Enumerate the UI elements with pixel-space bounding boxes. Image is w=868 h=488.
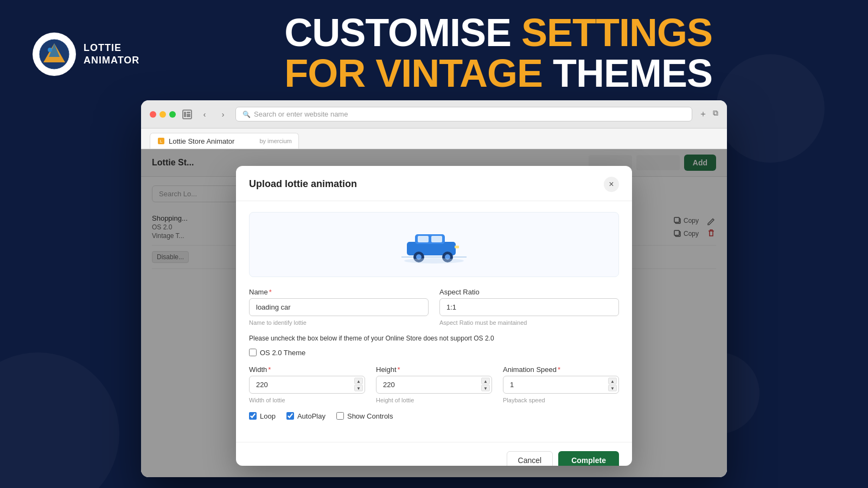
height-input-container: ▲ ▼ xyxy=(376,376,492,394)
svg-point-3 xyxy=(48,48,52,52)
height-input[interactable] xyxy=(376,376,492,394)
svg-rect-18 xyxy=(431,236,442,242)
svg-point-24 xyxy=(404,258,464,264)
os-theme-label: OS 2.0 Theme xyxy=(260,349,305,357)
duplicate-icon[interactable]: ⧉ xyxy=(713,108,718,120)
height-label: Height* xyxy=(376,365,492,374)
car-animation xyxy=(396,226,472,264)
address-bar[interactable]: 🔍 Search or enter website name xyxy=(235,107,692,121)
traffic-lights xyxy=(150,111,176,118)
os-theme-checkbox[interactable] xyxy=(249,349,257,356)
svg-rect-5 xyxy=(187,112,190,113)
width-label: Width* xyxy=(249,365,365,374)
browser-window: ‹ › 🔍 Search or enter website name ＋ ⧉ L… xyxy=(141,100,727,477)
logo-icon xyxy=(33,33,76,76)
close-button[interactable]: × xyxy=(604,177,619,192)
name-label: Name* xyxy=(249,288,429,296)
headline-line2-orange: FOR VINTAGE xyxy=(284,52,553,95)
traffic-light-green[interactable] xyxy=(169,111,176,118)
autoplay-label: AutoPlay xyxy=(297,412,326,420)
show-controls-checkbox[interactable] xyxy=(336,412,344,420)
svg-rect-7 xyxy=(187,115,190,117)
headline-line1-white: CUSTOMISE xyxy=(284,11,521,54)
speed-label: Animation Speed* xyxy=(503,365,619,374)
speed-field-group: Animation Speed* ▲ ▼ Playback speed xyxy=(503,365,619,403)
width-input-container: ▲ ▼ xyxy=(249,376,365,394)
os-theme-checkbox-row: OS 2.0 Theme xyxy=(249,349,619,357)
width-decrement[interactable]: ▼ xyxy=(354,385,363,391)
address-text: Search or enter website name xyxy=(254,110,348,118)
speed-increment[interactable]: ▲ xyxy=(608,378,617,384)
speed-input-container: ▲ ▼ xyxy=(503,376,619,394)
autoplay-option: AutoPlay xyxy=(286,412,326,420)
page-content: Lottie St... Add Shopping... OS 2.0 Vint… xyxy=(141,149,727,477)
modal-header: Upload lottie animation × xyxy=(236,166,632,201)
name-hint: Name to identify lottie xyxy=(249,319,429,326)
svg-rect-4 xyxy=(184,112,186,117)
svg-rect-17 xyxy=(418,236,429,242)
header: LOTTIE ANIMATOR CUSTOMISE SETTINGS FOR V… xyxy=(0,0,868,108)
browser-chrome: ‹ › 🔍 Search or enter website name ＋ ⧉ xyxy=(141,100,727,129)
svg-text:L: L xyxy=(160,139,163,144)
width-hint: Width of lottie xyxy=(249,397,365,403)
modal-footer: Cancel Complete xyxy=(236,442,632,466)
traffic-light-red[interactable] xyxy=(150,111,156,118)
options-row: Loop AutoPlay Show Controls xyxy=(249,412,619,420)
new-tab-icon[interactable]: ＋ xyxy=(699,108,707,120)
tab-bar: L Lottie Store Animator by imercium xyxy=(141,129,727,149)
modal-title: Upload lottie animation xyxy=(249,178,357,190)
height-increment[interactable]: ▲ xyxy=(481,378,490,384)
headline-line2-white: THEMES xyxy=(553,52,712,95)
loop-option: Loop xyxy=(249,412,276,420)
complete-button[interactable]: Complete xyxy=(558,451,619,466)
headline-line1-orange: SETTINGS xyxy=(521,11,712,54)
aspect-ratio-hint: Aspect Ratio must be maintained xyxy=(439,319,619,326)
form-row-dimensions: Width* ▲ ▼ Width of lottie xyxy=(249,365,619,403)
width-input[interactable] xyxy=(249,376,365,394)
speed-input[interactable] xyxy=(503,376,619,394)
sidebar-toggle-icon[interactable] xyxy=(182,110,192,119)
tab-label: Lottie Store Animator xyxy=(169,137,234,145)
animation-preview xyxy=(249,212,619,277)
width-increment[interactable]: ▲ xyxy=(354,378,363,384)
show-controls-option: Show Controls xyxy=(336,412,393,420)
forward-button[interactable]: › xyxy=(217,108,229,120)
browser-actions: ＋ ⧉ xyxy=(699,108,718,120)
form-row-name-aspect: Name* Name to identify lottie Aspect Rat… xyxy=(249,288,619,326)
logo-container: LOTTIE ANIMATOR xyxy=(33,33,139,76)
modal-body: Name* Name to identify lottie Aspect Rat… xyxy=(236,201,632,442)
height-decrement[interactable]: ▼ xyxy=(481,385,490,391)
active-tab[interactable]: L Lottie Store Animator by imercium xyxy=(150,133,299,149)
modal-overlay: Upload lottie animation × xyxy=(141,149,727,477)
svg-rect-6 xyxy=(187,114,190,115)
speed-spin-buttons: ▲ ▼ xyxy=(608,378,617,391)
os-notice: Please uncheck the box below if theme of… xyxy=(249,335,619,342)
width-field-group: Width* ▲ ▼ Width of lottie xyxy=(249,365,365,403)
svg-rect-23 xyxy=(455,246,459,248)
speed-decrement[interactable]: ▼ xyxy=(608,385,617,391)
tab-icon: L xyxy=(157,137,165,145)
name-field-group: Name* Name to identify lottie xyxy=(249,288,429,326)
aspect-ratio-field-group: Aspect Ratio Aspect Ratio must be mainta… xyxy=(439,288,619,326)
show-controls-label: Show Controls xyxy=(347,412,393,420)
aspect-ratio-input[interactable] xyxy=(439,298,619,316)
headline: CUSTOMISE SETTINGS FOR VINTAGE THEMES xyxy=(161,13,835,95)
cancel-button[interactable]: Cancel xyxy=(507,451,553,466)
width-spin-buttons: ▲ ▼ xyxy=(354,378,363,391)
aspect-ratio-label: Aspect Ratio xyxy=(439,288,619,296)
speed-hint: Playback speed xyxy=(503,397,619,403)
autoplay-checkbox[interactable] xyxy=(286,412,294,420)
logo-text: LOTTIE ANIMATOR xyxy=(84,42,139,67)
loop-label: Loop xyxy=(260,412,276,420)
height-hint: Height of lottie xyxy=(376,397,492,403)
height-field-group: Height* ▲ ▼ Height of lottie xyxy=(376,365,492,403)
back-button[interactable]: ‹ xyxy=(199,108,210,120)
name-input[interactable] xyxy=(249,298,429,316)
loop-checkbox[interactable] xyxy=(249,412,257,420)
traffic-light-yellow[interactable] xyxy=(159,111,166,118)
by-label: by imercium xyxy=(259,138,291,144)
modal-dialog: Upload lottie animation × xyxy=(236,166,632,466)
height-spin-buttons: ▲ ▼ xyxy=(481,378,490,391)
